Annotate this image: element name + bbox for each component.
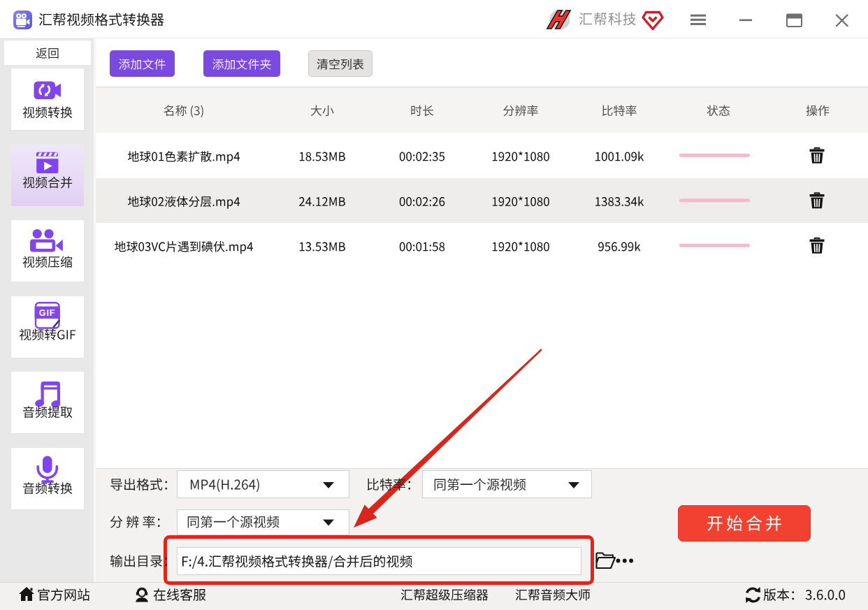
- svg-text:GIF: GIF: [39, 308, 56, 318]
